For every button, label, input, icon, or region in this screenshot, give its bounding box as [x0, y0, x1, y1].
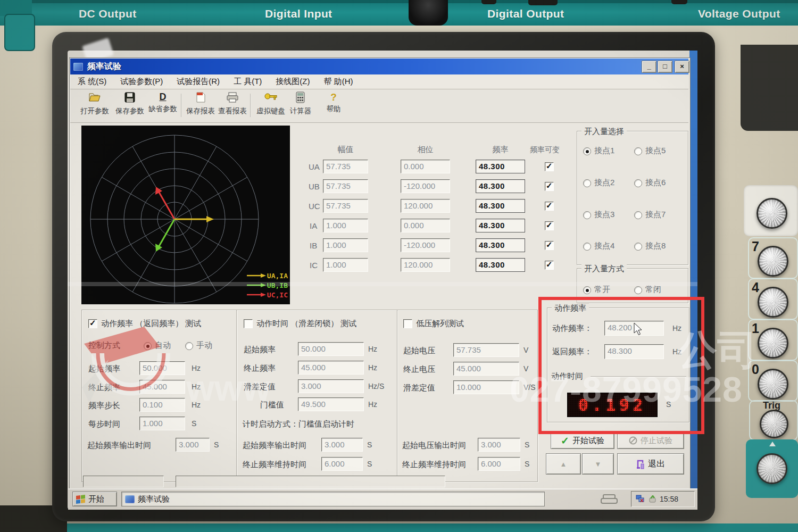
uc-frequency-field[interactable]: 48.300 [476, 199, 525, 213]
test1-end-freq-field[interactable]: 45.000 [139, 380, 185, 394]
ua-freq-variable-checkbox[interactable] [545, 162, 554, 171]
ua-phase-field[interactable]: 0.000 [401, 160, 450, 173]
ic-amplitude-field[interactable]: 1.000 [323, 258, 368, 272]
ic-frequency-field[interactable]: 48.300 [476, 258, 525, 272]
test3-start-output-time-field[interactable]: 3.000 [478, 438, 520, 452]
uc-amplitude-field[interactable]: 57.735 [323, 199, 368, 213]
menu-test-report[interactable]: 试验报告(R) [177, 77, 220, 87]
ib-freq-variable-checkbox[interactable] [545, 241, 554, 250]
ic-freq-variable-checkbox[interactable] [545, 261, 554, 270]
scroll-down-button[interactable]: ▼ [582, 453, 614, 475]
test2-threshold-field[interactable]: 49.500 [298, 397, 364, 411]
ub-frequency-field[interactable]: 48.300 [476, 179, 525, 193]
radio-label[interactable]: 接点8 [645, 241, 666, 251]
toolbar-save-report[interactable]: 保存报表 [184, 92, 218, 120]
test1-start-output-time-field[interactable]: 3.000 [176, 438, 210, 452]
uc-phase-field[interactable]: 120.000 [401, 199, 450, 213]
toolbar-open-params[interactable]: 打开参数 [78, 92, 112, 120]
test2-end-hold-time-field[interactable]: 6.000 [321, 457, 363, 471]
radio-auto[interactable] [144, 342, 152, 350]
network-disconnected-icon[interactable]: × [636, 495, 645, 503]
field-label: 滑差定值 [244, 382, 276, 392]
ia-freq-variable-checkbox[interactable] [545, 221, 554, 230]
radio-label[interactable]: 手动 [196, 340, 212, 351]
test1-start-freq-field[interactable]: 50.000 [139, 361, 185, 375]
ib-phase-field[interactable]: -120.000 [401, 238, 450, 252]
test3-end-hold-time-field[interactable]: 6.000 [478, 457, 520, 471]
radio-manual[interactable] [185, 342, 193, 350]
test2-enable-checkbox[interactable] [244, 319, 253, 328]
radio-contact-3[interactable] [583, 211, 591, 219]
menu-wiring-diagram[interactable]: 接线图(Z) [276, 77, 310, 87]
ub-amplitude-field[interactable]: 57.735 [323, 179, 368, 193]
radio-contact-4[interactable] [583, 243, 591, 251]
radio-contact-6[interactable] [634, 179, 642, 187]
ic-phase-field[interactable]: 120.000 [401, 258, 450, 272]
radio-label[interactable]: 接点5 [645, 146, 666, 156]
radio-contact-1[interactable] [583, 147, 591, 155]
test3-end-voltage-field[interactable]: 45.000 [453, 362, 519, 376]
radio-label[interactable]: 接点3 [594, 210, 614, 220]
ub-phase-field[interactable]: -120.000 [401, 179, 450, 193]
maximize-button[interactable]: □ [658, 61, 672, 73]
phasor-legend-ua: UA,IA [247, 271, 288, 280]
radio-label[interactable]: 接点4 [594, 241, 614, 251]
scroll-up-button[interactable]: ▲ [546, 453, 581, 475]
exit-button[interactable]: 退出 [617, 453, 684, 475]
test1-step-time-field[interactable]: 1.000 [139, 417, 185, 430]
ib-frequency-field[interactable]: 48.300 [476, 238, 525, 252]
task-button-frequency-test[interactable]: 频率试验 [121, 492, 545, 506]
ib-amplitude-field[interactable]: 1.000 [323, 238, 368, 252]
field-unit: Hz [192, 364, 201, 372]
test3-start-voltage-field[interactable]: 57.735 [453, 343, 519, 357]
radio-contact-7[interactable] [634, 211, 642, 219]
radio-label[interactable]: 接点7 [645, 210, 666, 220]
test2-start-output-time-field[interactable]: 3.000 [321, 438, 363, 452]
radio-contact-5[interactable] [634, 147, 642, 155]
radio-label[interactable]: 接点1 [594, 146, 614, 156]
ua-frequency-field[interactable]: 48.300 [476, 160, 525, 173]
row-label: IC [310, 261, 318, 270]
panel-divider [397, 310, 397, 480]
panel-label-digital-output: Digital Output [487, 7, 564, 20]
radio-normally-open[interactable] [583, 286, 591, 294]
test1-freq-step-field[interactable]: 0.100 [139, 398, 185, 412]
toolbar-virtual-keyboard[interactable]: 虚拟键盘 [254, 92, 288, 120]
start-button[interactable]: 开始 [72, 492, 117, 506]
app-icon [125, 495, 135, 503]
minimize-button[interactable]: _ [642, 61, 656, 73]
toolbar-view-report[interactable]: 查看报表 [215, 92, 250, 120]
radio-label[interactable]: 自动 [155, 340, 171, 351]
menu-help[interactable]: 帮 助(H) [323, 77, 353, 87]
toolbar-help[interactable]: ? 帮助 [317, 92, 351, 120]
green-tray-icon[interactable] [649, 495, 656, 503]
uc-freq-variable-checkbox[interactable] [545, 202, 554, 211]
radio-contact-8[interactable] [634, 243, 642, 251]
test2-start-freq-field[interactable]: 50.000 [298, 342, 364, 356]
test1-enable-checkbox[interactable] [88, 319, 97, 328]
test3-enable-checkbox[interactable] [403, 319, 412, 328]
test3-slip-field[interactable]: 10.000 [453, 380, 519, 394]
menu-tools[interactable]: 工 具(T) [234, 77, 262, 87]
ub-freq-variable-checkbox[interactable] [545, 182, 554, 191]
radio-contact-2[interactable] [583, 179, 591, 187]
test2-end-freq-field[interactable]: 45.000 [298, 361, 364, 375]
radio-label[interactable]: 接点6 [645, 178, 666, 188]
ua-amplitude-field[interactable]: 57.735 [323, 160, 368, 173]
test2-slip-field[interactable]: 3.000 [298, 379, 364, 393]
ia-phase-field[interactable]: 0.000 [401, 219, 450, 232]
ia-amplitude-field[interactable]: 1.000 [323, 219, 368, 232]
row-label: UC [309, 202, 320, 211]
menu-system[interactable]: 系 统(S) [78, 77, 106, 87]
toolbar-save-params[interactable]: 保存参数 [113, 92, 147, 120]
stop-test-button[interactable]: 停止试验 [617, 432, 684, 449]
toolbar-default-params[interactable]: D 缺省参数 [146, 92, 180, 120]
radio-normally-closed[interactable] [634, 286, 642, 294]
ia-frequency-field[interactable]: 48.300 [476, 219, 525, 232]
printer-tray-icon[interactable] [599, 494, 620, 505]
radio-label[interactable]: 接点2 [594, 178, 614, 188]
start-test-button[interactable]: ✓ 开始试验 [551, 432, 614, 449]
toolbar-calculator[interactable]: 计算器 [284, 92, 318, 120]
menu-test-params[interactable]: 试验参数(P) [120, 77, 163, 87]
close-button[interactable]: × [675, 61, 689, 73]
